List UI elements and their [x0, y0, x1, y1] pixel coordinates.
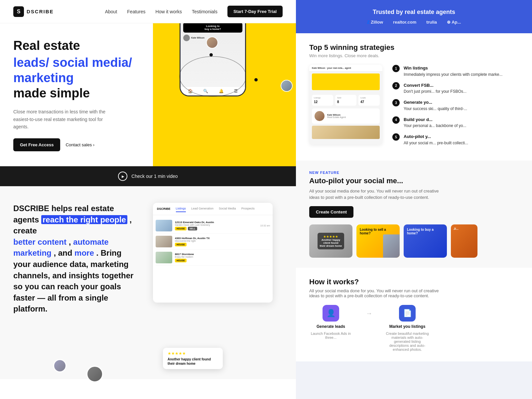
content-card-content-3: Looking to buy ahome?	[404, 224, 447, 238]
strategies-section: Top 5 winning strategies Win more listin…	[296, 33, 532, 161]
notification-popup: ★★★★★ Another happy client found their d…	[163, 348, 223, 369]
how-step-2: 📄 Market you listings Create beautiful m…	[386, 305, 429, 351]
strategy-num-5: 5	[392, 133, 400, 141]
content-card-bg-4: Ji...	[451, 224, 477, 258]
get-free-access-button[interactable]: Get Free Access	[13, 138, 60, 151]
dash-preview-stats: Listings 12 Sold 8 Leads 47	[309, 92, 382, 108]
new-feature-badge: NEW FEATURE	[309, 171, 519, 175]
autopilot-section: NEW FEATURE Auto-pilot your social me...…	[296, 161, 532, 268]
trusted-logo-trulia: trulia	[426, 20, 437, 25]
create-content-button[interactable]: Create Content	[309, 206, 353, 218]
nav-cta-button[interactable]: Start 7-Day Free Trial	[227, 6, 283, 17]
listing-thumb	[156, 236, 172, 247]
bottom-section: DSCRIBE helps real estate agents reach t…	[0, 186, 296, 379]
dash-tab-lead-gen[interactable]: Lead Generation	[191, 205, 213, 212]
listing-info: 12113 Emerald Oaks Dr, Austin Garden Oas…	[175, 221, 258, 230]
strategy-item-5: 5 Auto-pilot y... All your social m... p…	[392, 133, 519, 146]
content-cards: ★★★★★ Another happyclient foundtheir dre…	[309, 224, 519, 258]
strategies-subtitle: Win more listings. Close more deals.	[309, 53, 519, 58]
dash-stat-value-1: 12	[314, 100, 331, 104]
right-panel: Trusted by real estate agents Z Zillow r…	[296, 0, 532, 399]
strategy-bold-4: Build your d...	[404, 117, 433, 122]
strategy-num-4: 4	[392, 116, 400, 124]
nav-features[interactable]: Features	[127, 9, 145, 14]
logo-icon: S	[13, 6, 24, 17]
listing-address: 12113 Emerald Oaks Dr, Austin	[175, 221, 258, 224]
logo[interactable]: S DSCRIBE	[13, 6, 54, 17]
strategy-text-5: Auto-pilot y... All your social m... pre…	[404, 133, 468, 146]
bottom-highlight-1: reach the right people	[41, 215, 127, 224]
dash-stat-value-3: 47	[360, 100, 378, 104]
strategy-bold-3: Generate yo...	[404, 100, 432, 105]
how-step-label-2: Market you listings	[389, 324, 426, 329]
play-button[interactable]: ▶	[118, 172, 127, 181]
arrow-between-1: →	[366, 310, 372, 317]
content-card-bg-3: Looking to buy ahome?	[404, 224, 447, 258]
strategy-item-1: 1 Win listings Immediately impress your …	[392, 65, 519, 77]
listing-rows: 12113 Emerald Oaks Dr, Austin Garden Oas…	[153, 215, 273, 268]
content-card-overlay-1: ★★★★★ Another happyclient foundtheir dre…	[318, 233, 344, 249]
dash-tab-prospects[interactable]: Prospects	[241, 205, 255, 212]
profile-avatar	[315, 111, 325, 121]
card-text-partial: Ji...	[454, 227, 475, 230]
dash-stat-3: Leads 47	[358, 95, 380, 106]
dash-stat-label-3: Leads	[360, 97, 378, 99]
listing-preview-small	[309, 124, 382, 142]
strategy-desc-1: Immediately impress your clients with co…	[404, 72, 502, 77]
strategy-desc-3: Your success ski... quality of third-...	[404, 106, 467, 111]
avatar-bubble-1	[206, 37, 218, 49]
content-card-bg-2: Looking to sell ahome?	[356, 224, 400, 258]
dash-tab-listings[interactable]: Listings	[176, 205, 186, 212]
how-step-desc-2: Create beautiful marketing materials wit…	[386, 332, 429, 351]
strategy-bold-2: Convert FSB...	[404, 83, 434, 88]
bottom-highlight-2: better content	[13, 237, 66, 246]
content-card-4: Ji...	[451, 224, 477, 258]
listing-badge: HOUSE	[175, 259, 187, 262]
dash-stat-label-2: Sold	[337, 97, 354, 99]
trusted-logos: Z Zillow realtor.com trulia ⊕ Ap...	[367, 20, 461, 25]
listing-info: 4303 Hoffman Dr, Austin TX Discovered th…	[175, 237, 270, 246]
trusted-title: Trusted by real estate agents	[373, 9, 455, 16]
dash-stat-value-2: 8	[337, 100, 354, 104]
nav-about[interactable]: About	[105, 9, 117, 14]
profile-info: Kate WilsonReal Estate Agent	[327, 114, 346, 118]
notif-title: Another happy client found their dream h…	[168, 357, 218, 366]
strategies-title: Top 5 winning strategies	[309, 43, 519, 52]
listing-thumb	[156, 220, 172, 231]
dashboard-preview: DSCRIBE Listings Lead Generation Social …	[153, 203, 283, 362]
nav-testimonials[interactable]: Testimonials	[192, 9, 217, 14]
table-row: 12113 Emerald Oaks Dr, Austin Garden Oas…	[156, 218, 270, 234]
orbit-curve	[173, 50, 246, 103]
how-title: How it works?	[309, 278, 519, 286]
bottom-comma: ,	[69, 237, 73, 246]
content-card-2: Looking to sell ahome?	[356, 224, 400, 258]
strategy-text-3: Generate yo... Your success ski... quali…	[404, 99, 467, 112]
strategy-num-3: 3	[392, 99, 400, 106]
bottom-highlight-4: more	[74, 248, 94, 257]
how-step-1: 👤 Generate leads Launch Facebook Ads in …	[309, 305, 352, 339]
dashboard-frame: DSCRIBE Listings Lead Generation Social …	[153, 203, 273, 303]
dash-tab-social[interactable]: Social Media	[219, 205, 236, 212]
strategy-num-2: 2	[392, 82, 400, 89]
dash-preview-header: Kate Wilson · your real esta... agent	[309, 65, 382, 71]
video-bar[interactable]: ▶ Check our 1 min video	[0, 166, 296, 186]
contact-sales-button[interactable]: Contact sales	[66, 142, 94, 147]
content-card-1: ★★★★★ Another happyclient foundtheir dre…	[309, 224, 352, 258]
card-text-sell: Looking to sell ahome?	[360, 228, 396, 235]
play-icon: ▶	[122, 175, 124, 178]
hero-buttons: Get Free Access Contact sales	[13, 138, 140, 151]
listing-badge: HOUSE	[175, 243, 187, 246]
strategy-desc-2: Don't just promi... for your FSBOs...	[404, 89, 466, 94]
listing-thumb	[156, 252, 172, 263]
dash-logo: DSCRIBE	[157, 207, 171, 210]
hero-title-line1: Real estate	[13, 38, 140, 54]
video-text: Check our 1 min video	[131, 174, 178, 179]
listing-address: 8817 Stornbow	[175, 253, 270, 256]
nav-how-it-works[interactable]: How it works	[156, 9, 182, 14]
how-steps: 👤 Generate leads Launch Facebook Ads in …	[309, 305, 519, 351]
strategy-text-1: Win listings Immediately impress your cl…	[404, 65, 502, 77]
how-step-label-1: Generate leads	[317, 324, 345, 329]
listing-info: 8817 Stornbow Enjoy the modern HOUSE	[175, 253, 270, 262]
dash-stat-1: Listings 12	[312, 95, 333, 106]
listing-address: 4303 Hoffman Dr, Austin TX	[175, 237, 270, 240]
